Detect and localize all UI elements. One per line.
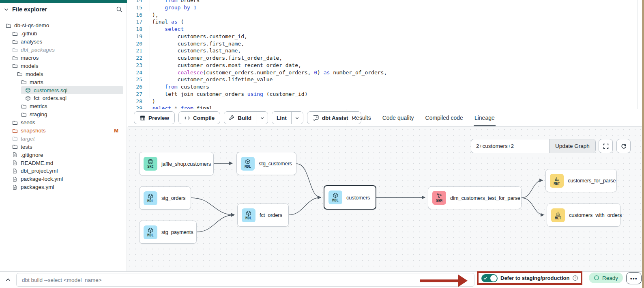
code-line-17: 17final as ( (128, 18, 637, 26)
folder-icon (12, 136, 18, 141)
lineage-node-fct-orders[interactable]: MDL fct_orders (237, 204, 289, 227)
tree-item-dbt-project-yml[interactable]: dbt_project.yml (8, 167, 123, 175)
tree-item--github[interactable]: .github (8, 30, 123, 38)
code-line-27: 27 left join customer_orders using (cust… (128, 91, 637, 98)
fullscreen-icon (603, 143, 609, 149)
code-line-24: 24 coalesce(customer_orders.number_of_or… (128, 69, 637, 76)
tree-item-label: fct_orders.sql (34, 95, 67, 101)
action-toolbar: Preview Compile Build Lint (128, 109, 644, 127)
defer-toggle-annotation-box: Defer to staging/production ? (477, 271, 582, 285)
search-icon[interactable] (116, 6, 122, 13)
tree-item-label: analyses (21, 39, 42, 45)
lineage-node-stg-customers[interactable]: MDL stg_customers (236, 152, 296, 175)
lint-button[interactable]: Lint (272, 112, 292, 124)
tree-item-label: models (21, 63, 39, 69)
tab-compiled-code[interactable]: Compiled code (425, 109, 463, 126)
table-icon (140, 115, 146, 121)
tree-item-models[interactable]: models (13, 70, 123, 78)
modified-badge: M (114, 128, 118, 134)
fullscreen-button[interactable] (599, 139, 613, 153)
code-line-18: 18 select (128, 26, 637, 33)
results-tabs: Results Code quality Compiled code Linea… (352, 109, 495, 126)
tree-item-seeds[interactable]: seeds (8, 119, 123, 127)
defer-toggle[interactable] (481, 274, 498, 282)
folder-icon (12, 55, 18, 61)
tab-lineage[interactable]: Lineage (474, 109, 495, 126)
tree-item-package-lock-yml[interactable]: package-lock.yml (8, 175, 123, 183)
tree-item-dbt-packages[interactable]: dbt_packages (8, 46, 123, 54)
code-lines: 14 from orders15 group by 116),17final a… (128, 0, 637, 109)
sql-code-editor[interactable]: 14 from orders15 group by 116),17final a… (128, 0, 637, 109)
code-line-26: 26 from customers (128, 83, 637, 91)
cube-icon (148, 193, 153, 199)
tree-item-metrics[interactable]: metrics (17, 102, 123, 110)
tree-item-db-sl-qs-demo[interactable]: db-sl-qs-demo (2, 22, 123, 30)
build-split-button: Build (224, 111, 268, 124)
folder-icon (21, 112, 27, 117)
lineage-node-jaffle-shop-customers[interactable]: SRC jaffle_shop.customers (139, 152, 214, 175)
build-dropdown-button[interactable] (256, 112, 268, 124)
tree-item-marts[interactable]: marts (17, 78, 123, 86)
tree-item-analyses[interactable]: analyses (8, 38, 123, 46)
refresh-icon (620, 143, 627, 149)
code-line-21: 21 customers.last_name, (128, 47, 637, 54)
command-input[interactable] (16, 273, 474, 287)
toggle-knob (490, 275, 497, 282)
tree-item-packages-yml[interactable]: packages.yml (8, 183, 123, 191)
folder-icon (12, 120, 18, 126)
code-line-19: 19 customers.customer_id, (128, 33, 637, 40)
tree-item-readme-md[interactable]: README.md (8, 159, 123, 167)
tab-results[interactable]: Results (352, 109, 371, 126)
code-line-16: 16), (128, 11, 637, 19)
model-icon (25, 87, 31, 93)
lineage-node-customers-for-parse[interactable]: MET customers_for_parse (545, 169, 617, 192)
help-icon[interactable]: ? (572, 275, 578, 281)
lineage-node-stg-orders[interactable]: MDL stg_orders (139, 186, 191, 210)
graph-selector-input[interactable] (471, 139, 549, 153)
indent-guide (150, 26, 150, 98)
model-icon (25, 95, 31, 101)
tree-item-models[interactable]: models (8, 62, 123, 70)
lineage-graph-panel[interactable]: SRC jaffle_shop.customers MDL stg_custom… (127, 127, 642, 271)
tree-item-label: target (21, 136, 35, 142)
semantic-model-icon (436, 193, 442, 199)
code-line-29: 29select * from final (128, 105, 637, 109)
preview-button[interactable]: Preview (134, 111, 175, 124)
tree-item-macros[interactable]: macros (8, 54, 123, 62)
tree-item-target[interactable]: target (8, 134, 123, 143)
tree-item-staging[interactable]: staging (17, 110, 123, 119)
metric-chart-icon (554, 176, 560, 182)
more-menu-button[interactable]: ••• (626, 272, 642, 284)
compile-button[interactable]: Compile (178, 111, 220, 124)
tree-item-fct-orders-sql[interactable]: fct_orders.sql (21, 94, 123, 102)
tree-item-label: staging (30, 111, 47, 117)
tab-code-quality[interactable]: Code quality (382, 109, 414, 126)
connection-status-badge: Ready (589, 273, 623, 283)
editor-scrollbar-track[interactable] (637, 0, 638, 109)
tree-item-label: metrics (30, 103, 47, 109)
update-graph-button[interactable]: Update Graph (549, 139, 595, 153)
file-explorer-header: File explorer (4, 6, 122, 13)
lineage-node-dim-customers-test-for-parse[interactable]: SEM dim_customers_test_for_parse (428, 186, 522, 209)
tree-item-label: marts (30, 79, 43, 85)
tree-item-customers-sql[interactable]: customers.sql (21, 86, 123, 94)
tree-item-label: dbt_packages (21, 47, 55, 53)
refresh-button[interactable] (616, 139, 631, 153)
lineage-node-customers-with-orders[interactable]: MET customers_with_orders (547, 204, 620, 227)
lint-dropdown-button[interactable] (292, 112, 303, 124)
check-icon (483, 276, 487, 280)
caret-up-icon[interactable] (5, 277, 11, 283)
tree-item-tests[interactable]: tests (8, 143, 123, 151)
folder-icon (12, 47, 18, 53)
tree-item--gitignore[interactable]: .gitignore (8, 151, 123, 159)
cube-icon (148, 227, 153, 233)
build-button[interactable]: Build (224, 112, 256, 124)
lineage-node-customers[interactable]: MDL customers (324, 185, 376, 210)
file-explorer-sidebar: File explorer db-sl-qs-demo.githubanalys… (0, 0, 127, 271)
lineage-node-stg-payments[interactable]: MDL stg_payments (139, 221, 197, 244)
tree-item-snapshots[interactable]: snapshotsM (8, 127, 123, 135)
folder-icon (6, 23, 11, 28)
tree-item-label: dbt_project.yml (21, 168, 58, 174)
assist-sparkle-icon (313, 115, 319, 121)
chevron-down-icon[interactable] (4, 7, 9, 12)
